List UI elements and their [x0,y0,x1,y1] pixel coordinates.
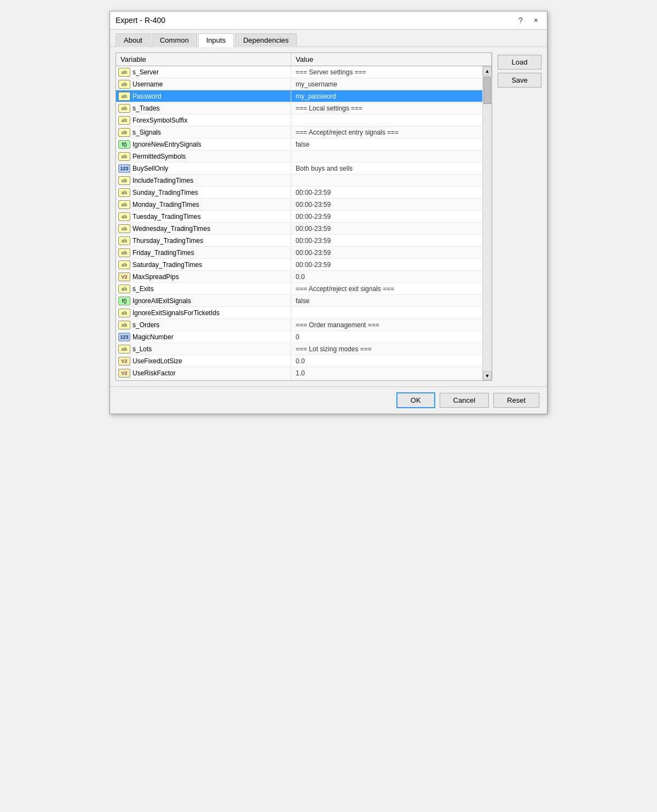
table-header: Variable Value [116,53,492,66]
table-row[interactable]: abIgnoreExitSignalsForTicketIds [116,307,482,319]
table-body: abs_Server=== Server settings ===abUsern… [116,66,482,380]
variable-name: IgnoreNewEntrySignals [132,141,201,148]
cell-value: my_username [291,79,482,89]
variable-name: MaxSpreadPips [132,273,179,281]
cell-variable: f()IgnoreAllExitSignals [116,295,291,306]
table-row[interactable]: V2UseFixedLotSize0.0 [116,355,482,367]
variable-name: Password [132,92,162,100]
table-row[interactable]: V2LotSizeMultiplier0.0 [116,379,482,380]
title-bar-controls: ? × [515,15,541,26]
cell-variable: abUsername [116,79,291,90]
type-badge: ab [118,224,130,233]
scroll-up-arrow[interactable]: ▲ [483,66,492,76]
table-row[interactable]: abIncludeTradingTimes [116,175,482,187]
table-row[interactable]: f()IgnoreAllExitSignalsfalse [116,295,482,307]
table-row[interactable]: abs_Lots=== Lot sizing modes === [116,343,482,355]
cell-variable: abWednesday_TradingTimes [116,223,291,234]
table-row[interactable]: abSunday_TradingTimes00:00-23:59 [116,187,482,199]
table-row[interactable]: abPermittedSymbols [116,150,482,163]
cell-value: 00:00-23:59 [291,260,482,270]
type-badge: ab [118,80,130,89]
load-button[interactable]: Load [498,55,541,69]
variable-name: s_Signals [132,129,161,136]
table-row[interactable]: abSaturday_TradingTimes00:00-23:59 [116,259,482,271]
cell-value [291,119,482,121]
type-badge: 123 [118,164,130,173]
variable-name: ForexSymbolSuffix [132,117,187,124]
cell-variable: abTuesday_TradingTimes [116,211,291,222]
save-button[interactable]: Save [498,73,541,88]
table-row[interactable]: V2MaxSpreadPips0.0 [116,271,482,283]
table-row[interactable]: 123MagicNumber0 [116,331,482,343]
table-row[interactable]: abs_Exits=== Accept/reject exit signals … [116,283,482,295]
type-badge: V2 [118,357,130,366]
table-row[interactable]: abs_Signals=== Accept/reject entry signa… [116,126,482,138]
table-row[interactable]: abTuesday_TradingTimes00:00-23:59 [116,211,482,223]
title-bar: Expert - R-400 ? × [110,11,547,30]
cell-value: my_password [291,91,482,101]
scrollbar[interactable]: ▲ ▼ [482,66,492,380]
table-row[interactable]: abForexSymbolSuffix [116,114,482,126]
table-row[interactable]: abs_Trades=== Local settings === [116,102,482,114]
table-row[interactable]: f()IgnoreNewEntrySignalsfalse [116,138,482,150]
cell-variable: abThursday_TradingTimes [116,235,291,246]
type-badge: 123 [118,333,130,341]
cell-value [291,155,482,158]
type-badge: ab [118,188,130,197]
variable-name: BuySellOnly [132,165,168,172]
col-value-header: Value [291,53,492,66]
expert-dialog: Expert - R-400 ? × AboutCommonInputsDepe… [110,11,548,414]
cell-variable: abs_Signals [116,127,291,138]
table-row[interactable]: abUsernamemy_username [116,78,482,90]
cell-variable: abs_Lots [116,344,291,355]
tab-about[interactable]: About [116,33,151,47]
type-badge: f() [118,297,130,305]
scroll-thumb[interactable] [483,77,491,104]
tab-common[interactable]: Common [152,33,197,47]
cell-value [291,179,482,182]
cell-value: === Lot sizing modes === [291,344,482,354]
type-badge: ab [118,285,130,293]
table-row[interactable]: abThursday_TradingTimes00:00-23:59 [116,235,482,247]
tab-dependencies[interactable]: Dependencies [235,33,297,47]
variable-name: Friday_TradingTimes [132,249,194,257]
cell-value: === Order management === [291,320,482,330]
close-button[interactable]: × [531,15,541,26]
table-row[interactable]: V2UseRiskFactor1.0 [116,367,482,379]
cell-value: false [291,296,482,306]
type-badge: ab [118,260,130,269]
type-badge: ab [118,176,130,185]
table-row[interactable]: abWednesday_TradingTimes00:00-23:59 [116,223,482,235]
type-badge: V2 [118,369,130,378]
cell-value [291,312,482,314]
cancel-button[interactable]: Cancel [440,393,489,408]
cell-value: === Server settings === [291,67,482,77]
cell-value: 00:00-23:59 [291,224,482,234]
tab-inputs[interactable]: Inputs [198,33,234,47]
ok-button[interactable]: OK [396,392,435,408]
cell-variable: abs_Exits [116,283,291,294]
cell-value: 00:00-23:59 [291,188,482,198]
scroll-track[interactable] [483,76,492,371]
cell-value: Both buys and sells [291,164,482,173]
variable-name: Monday_TradingTimes [132,201,199,208]
dialog-title: Expert - R-400 [116,16,165,25]
table-row[interactable]: 123BuySellOnlyBoth buys and sells [116,163,482,175]
cell-variable: f()IgnoreNewEntrySignals [116,139,291,150]
scroll-down-arrow[interactable]: ▼ [483,371,492,380]
table-row[interactable]: abPasswordmy_password [116,90,482,102]
cell-value: === Accept/reject entry signals === [291,127,482,137]
table-row[interactable]: abs_Orders=== Order management === [116,319,482,331]
cell-variable: V2UseFixedLotSize [116,356,291,367]
cell-value: 00:00-23:59 [291,212,482,222]
cell-variable: abs_Trades [116,103,291,114]
type-badge: V2 [118,272,130,281]
table-row[interactable]: abFriday_TradingTimes00:00-23:59 [116,247,482,259]
help-button[interactable]: ? [515,15,526,26]
variable-name: PermittedSymbols [132,153,186,160]
cell-variable: abs_Server [116,67,291,78]
side-buttons: Load Save [498,53,541,381]
table-row[interactable]: abs_Server=== Server settings === [116,66,482,78]
reset-button[interactable]: Reset [493,393,539,408]
table-row[interactable]: abMonday_TradingTimes00:00-23:59 [116,199,482,211]
